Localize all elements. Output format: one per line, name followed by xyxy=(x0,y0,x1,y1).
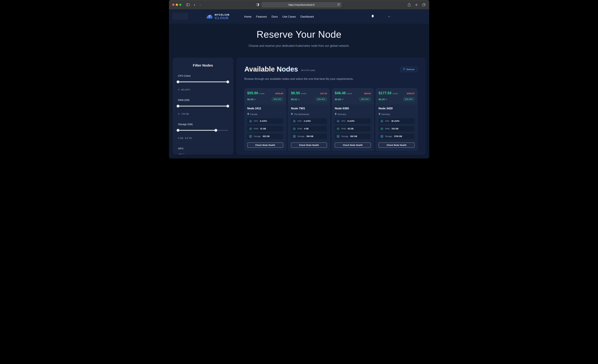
cloud-logo-icon xyxy=(206,14,213,20)
original-price-strikethrough: $355.07 xyxy=(407,92,415,95)
minimize-window-button[interactable] xyxy=(176,4,178,6)
cpu-value: 2 vCPU xyxy=(304,120,311,122)
nav-link-home[interactable]: Home xyxy=(244,15,251,18)
node-card: $55.90 /month $101.80 $0.08 /hr 50% OFF … xyxy=(244,88,286,150)
ram-icon xyxy=(293,127,296,130)
close-window-button[interactable] xyxy=(172,4,174,6)
available-nodes-panel: Available Nodes 48 of 50 nodes Refresh B… xyxy=(237,58,425,155)
per-hour-label: /hr xyxy=(342,98,344,100)
ram-spec-row: RAM: 315 GB xyxy=(379,126,415,132)
filter-range-text: 0 - 88 vCPU xyxy=(178,88,228,91)
zoom-window-button[interactable] xyxy=(179,4,181,6)
gpu-filter-label: GPU xyxy=(178,147,228,150)
slider-handle-min[interactable] xyxy=(177,105,179,108)
reload-page-icon[interactable] xyxy=(337,3,340,6)
hourly-price: $0.06 xyxy=(335,98,341,101)
per-hour-label: /hr xyxy=(385,98,387,100)
cpu-spec-row: CPU: 8 vCPU xyxy=(247,118,283,124)
cpu-icon xyxy=(249,119,252,123)
address-bar[interactable]: https://myceliumcloud.tf xyxy=(261,2,341,8)
check-node-health-button[interactable]: Check Node Health xyxy=(379,142,415,148)
new-tab-icon[interactable] xyxy=(415,3,418,6)
hourly-price: $0.01 xyxy=(291,98,297,101)
ram-spec-row: RAM: 4 GB xyxy=(291,126,327,132)
range-slider[interactable] xyxy=(178,81,228,83)
node-card: $8.55 /month $17.10 $0.01 /hr 50% OFF No… xyxy=(288,88,330,150)
storage-spec-row: Storage: 932 GB xyxy=(247,133,283,139)
storage-icon xyxy=(293,135,296,138)
nav-link-docs[interactable]: Docs xyxy=(272,15,278,18)
check-node-health-button[interactable]: Check Node Health xyxy=(335,142,371,148)
ram-icon xyxy=(336,127,340,130)
page-subtitle: Choose and reserve your dedicated Kubern… xyxy=(169,44,429,48)
privacy-shield-icon[interactable] xyxy=(257,3,259,6)
cpu-label: CPU: xyxy=(254,120,258,122)
brand-logo[interactable]: MYCELIUM CLOUD xyxy=(206,14,230,20)
gpu-toggle-knob xyxy=(179,154,181,155)
slider-handle-min[interactable] xyxy=(177,129,179,132)
tab-overview-icon[interactable] xyxy=(422,3,425,6)
content-area: Filter Nodes CPU Cores 0 - 88 vCPU RAM (… xyxy=(169,58,429,155)
slider-handle-min[interactable] xyxy=(177,81,179,83)
site-navbar: MYCELIUM CLOUD HomeFeaturesDocsUse Cases… xyxy=(169,9,429,24)
slider-handle-max[interactable] xyxy=(215,129,217,132)
hourly-price: $0.25 xyxy=(379,98,385,101)
range-slider[interactable] xyxy=(178,105,228,108)
original-price-strikethrough: $101.80 xyxy=(275,92,283,95)
cpu-label: CPU: xyxy=(298,120,302,122)
discount-badge: 50% OFF xyxy=(359,97,371,101)
ram-icon xyxy=(380,127,383,130)
url-text: https://myceliumcloud.tf xyxy=(289,3,315,6)
filter-range-text: 0 - 709 GB xyxy=(178,113,228,115)
cpu-label: CPU: xyxy=(341,120,346,122)
node-card: $177.53 /month $355.07 $0.25 /hr 50% OFF… xyxy=(376,88,417,150)
filter-panel: Filter Nodes CPU Cores 0 - 88 vCPU RAM (… xyxy=(173,58,233,155)
ram-icon xyxy=(249,127,252,130)
slider-handle-max[interactable] xyxy=(226,105,229,108)
slider-fill xyxy=(178,82,228,82)
share-icon[interactable] xyxy=(408,3,411,7)
filter-group: RAM (GB) 0 - 709 GB xyxy=(178,99,228,115)
cpu-icon xyxy=(336,119,340,123)
back-button-icon[interactable]: ‹ xyxy=(194,2,195,7)
monthly-price: $46.48 xyxy=(335,91,346,95)
browser-window: ‹ › https://myceliumcloud.tf xyxy=(169,0,429,158)
brand-name: MYCELIUM CLOUD xyxy=(215,14,230,20)
node-card-body: Node 7901 The Netherlands CPU: 2 vCPU xyxy=(288,104,330,150)
node-location: The Netherlands xyxy=(294,113,309,116)
node-card-header: $177.53 /month $355.07 $0.25 /hr 50% OFF xyxy=(376,88,417,104)
notifications-bell-icon[interactable] xyxy=(371,15,374,19)
slider-handle-max[interactable] xyxy=(226,81,229,83)
node-location: Germany xyxy=(338,113,346,116)
range-slider[interactable] xyxy=(178,129,228,132)
gpu-toggle[interactable] xyxy=(178,153,185,155)
brand-line2: CLOUD xyxy=(215,16,230,20)
ram-label: RAM: xyxy=(254,128,259,130)
node-card-body: Node 6365 Germany CPU: 8 vCPU xyxy=(332,104,374,150)
node-name: Node 7901 xyxy=(291,107,327,110)
sidebar-toggle-icon[interactable] xyxy=(186,3,190,6)
section-subtitle: Browse through our available nodes and s… xyxy=(244,77,417,81)
nav-link-use-cases[interactable]: Use Cases xyxy=(282,15,296,18)
account-chevron-down-icon[interactable] xyxy=(388,15,390,18)
brand-line1: MYCELIUM xyxy=(215,14,230,16)
node-card-header: $8.55 /month $17.10 $0.01 /hr 50% OFF xyxy=(288,88,330,104)
nav-link-features[interactable]: Features xyxy=(256,15,267,18)
check-node-health-button[interactable]: Check Node Health xyxy=(247,142,283,148)
node-cards-grid: $55.90 /month $101.80 $0.08 /hr 50% OFF … xyxy=(244,88,417,150)
monthly-price: $177.53 xyxy=(379,91,391,95)
page-title: Reserve Your Node xyxy=(169,29,429,40)
refresh-button[interactable]: Refresh xyxy=(400,67,417,72)
nav-placeholder-block xyxy=(172,13,188,20)
filter-panel-title: Filter Nodes xyxy=(178,63,228,67)
nav-link-dashboard[interactable]: Dashboard xyxy=(300,15,314,18)
forward-button-icon[interactable]: › xyxy=(200,2,201,7)
ram-label: RAM: xyxy=(385,128,390,130)
cpu-value: 40 vCPU xyxy=(391,120,399,122)
per-month-label: /month xyxy=(392,92,398,95)
nav-links: HomeFeaturesDocsUse CasesDashboard xyxy=(244,15,314,18)
ram-value: 62 GB xyxy=(348,128,354,130)
storage-icon xyxy=(249,135,252,138)
per-month-label: /month xyxy=(347,92,352,95)
check-node-health-button[interactable]: Check Node Health xyxy=(291,142,327,148)
